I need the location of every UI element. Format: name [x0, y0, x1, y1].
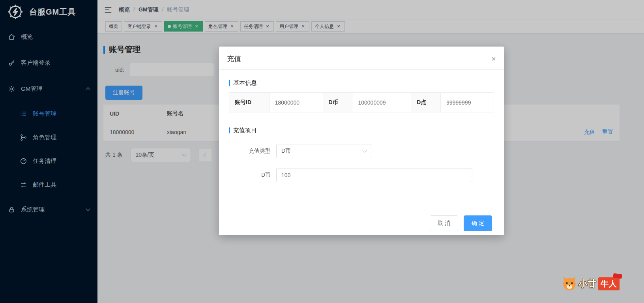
close-icon[interactable]: × [491, 55, 496, 63]
section-basic-info: 基本信息 [229, 79, 494, 87]
confirm-button[interactable]: 确 定 [464, 215, 492, 231]
recharge-type-row: 充值类型 D币 [229, 144, 494, 158]
desc-account-id-label: 账号ID [229, 93, 270, 112]
dialog-footer: 取 消 确 定 [219, 211, 504, 235]
desc-dcoin-label: D币 [323, 93, 352, 112]
amount-label: D币 [229, 172, 271, 179]
ribbon-icon [613, 273, 622, 279]
dialog-body: 基本信息 账号ID 18000000 D币 100000009 D点 99999… [219, 70, 504, 211]
watermark-logo: 小甘 牛人 [561, 275, 620, 292]
watermark-badge: 牛人 [598, 277, 620, 290]
desc-dpoint-value: 99999999 [441, 93, 494, 112]
amount-row: D币 [229, 168, 494, 182]
watermark-name: 小甘 [578, 278, 597, 290]
dialog-header: 充值 × [219, 47, 504, 70]
amount-input[interactable] [276, 168, 472, 182]
dialog-title: 充值 [227, 54, 241, 64]
recharge-type-label: 充值类型 [229, 148, 271, 155]
mascot-icon [561, 275, 578, 292]
cancel-button[interactable]: 取 消 [430, 215, 458, 231]
desc-dpoint-label: D点 [411, 93, 441, 112]
recharge-type-value: D币 [281, 148, 291, 155]
chevron-down-icon [362, 148, 367, 152]
recharge-type-select[interactable]: D币 [276, 144, 371, 158]
account-descriptions: 账号ID 18000000 D币 100000009 D点 99999999 [229, 92, 494, 112]
section-recharge-items: 充值项目 [229, 127, 494, 134]
recharge-dialog: 充值 × 基本信息 账号ID 18000000 D币 100000009 D点 … [219, 47, 504, 235]
desc-account-id-value: 18000000 [269, 93, 323, 112]
desc-dcoin-value: 100000009 [352, 93, 411, 112]
